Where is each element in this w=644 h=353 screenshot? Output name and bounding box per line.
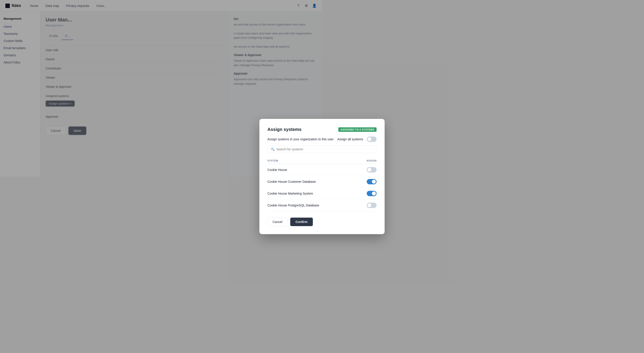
system-name-0: Cookie House [268,168,287,172]
systems-table-header: SYSTEM ASSIGN [268,157,322,164]
modal-overlay: Assign systems ASSIGNED TO 0 SYSTEMS Ass… [0,0,322,176]
modal-description-row: Assign systems in your organization to t… [268,136,322,142]
search-box: 🔍 [268,145,322,153]
modal-title: Assign systems [268,127,302,132]
systems-table: SYSTEM ASSIGN Cookie House Cookie House … [268,157,322,176]
search-input[interactable] [276,147,322,151]
col-system-header: SYSTEM [268,159,278,162]
assign-systems-modal: Assign systems ASSIGNED TO 0 SYSTEMS Ass… [260,119,322,176]
table-row: Cookie House [268,164,322,176]
modal-desc-text: Assign systems in your organization to t… [268,137,322,141]
table-row: Cookie House Customer Database [268,176,322,176]
search-icon: 🔍 [271,147,274,151]
modal-header: Assign systems ASSIGNED TO 0 SYSTEMS [268,127,322,132]
